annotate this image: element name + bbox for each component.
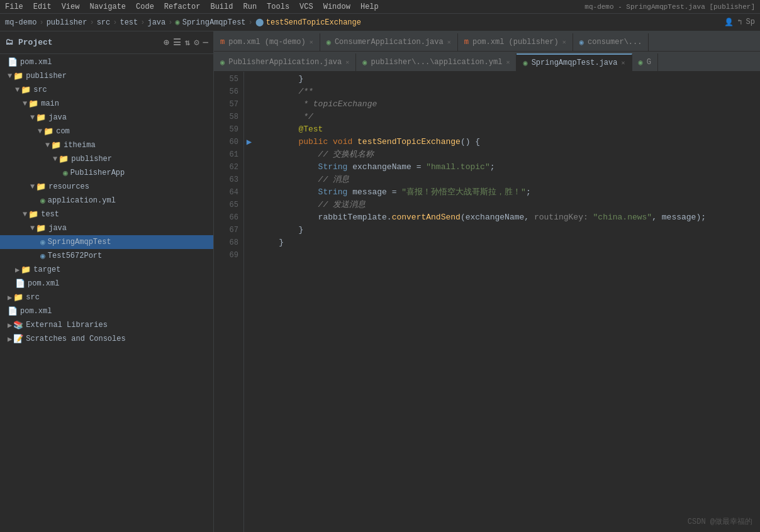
tab-publisher-app[interactable]: ◉ PublisherApplication.java ✕	[214, 53, 356, 71]
tree-java-test[interactable]: ▼ 📁 java	[0, 221, 213, 235]
tree-src[interactable]: ▼ 📁 src	[0, 83, 213, 97]
arrow-icon[interactable]: ↰	[737, 18, 742, 27]
code-line-69	[259, 249, 755, 262]
code-line-67: }	[259, 224, 755, 236]
menu-navigate[interactable]: Navigate	[89, 3, 126, 11]
tab-spring-amqp-test[interactable]: ◉ SpringAmqpTest.java ✕	[517, 53, 632, 71]
chevron-down-icon: ▼	[30, 224, 35, 233]
tree-main[interactable]: ▼ 📁 main	[0, 97, 213, 111]
tab-close-btn[interactable]: ✕	[506, 58, 510, 66]
tab-consumer-sub[interactable]: ◉ consumer\...	[573, 33, 649, 51]
tree-itheima[interactable]: ▼ 📁 itheima	[0, 138, 213, 152]
tree-resources[interactable]: ▼ 📁 resources	[0, 180, 213, 194]
run-gutter-icon[interactable]: ▶	[244, 136, 254, 148]
menu-file[interactable]: File	[5, 3, 23, 11]
sp-icon[interactable]: Sp	[746, 18, 755, 27]
xml-file-icon: 📄	[15, 279, 25, 289]
sidebar-title: Project	[18, 38, 53, 47]
lib-icon: 📚	[13, 320, 23, 330]
breadcrumb-right-icons: 👤 ↰ Sp	[724, 18, 755, 27]
folder-icon: 📁	[43, 126, 53, 136]
java-file-icon: ◉	[40, 251, 45, 261]
tab-close-btn[interactable]: ✕	[621, 59, 625, 67]
bc-test[interactable]: test	[120, 18, 138, 27]
code-line-63: // 消息	[259, 174, 755, 186]
menu-build[interactable]: Build	[210, 3, 233, 11]
tree-pom-publisher[interactable]: 📄 pom.xml	[0, 277, 213, 291]
xml-file-icon: 📄	[8, 57, 18, 67]
yaml-tab-icon: ◉	[362, 58, 367, 67]
menu-view[interactable]: View	[62, 3, 80, 11]
editor-area: m pom.xml (mq-demo) ✕ ◉ ConsumerApplicat…	[214, 31, 760, 532]
yaml-icon: ◉	[40, 196, 45, 206]
folder-icon: 📁	[28, 209, 38, 219]
settings-icon[interactable]: ⚙	[194, 37, 199, 48]
tree-publisher-app[interactable]: ◉ PublisherApp	[0, 166, 213, 180]
tree-spring-amqp-test[interactable]: ◉ SpringAmqpTest	[0, 235, 213, 249]
tree-application-yml[interactable]: ◉ application.yml	[0, 194, 213, 208]
tab-label: SpringAmqpTest.java	[532, 58, 618, 67]
tab-close-btn[interactable]: ✕	[562, 38, 566, 46]
tree-test5672[interactable]: ◉ Test5672Port	[0, 249, 213, 263]
tree-external-libs[interactable]: ▶ 📚 External Libraries	[0, 318, 213, 332]
menu-refactor[interactable]: Refactor	[164, 3, 201, 11]
sidebar-header: 🗂 Project ⊕ ☰ ⇅ ⚙ —	[0, 31, 213, 54]
menu-window[interactable]: Window	[323, 3, 350, 11]
tab-pom-mq[interactable]: m pom.xml (mq-demo) ✕	[214, 33, 320, 51]
menu-run[interactable]: Run	[243, 3, 257, 11]
sort-icon[interactable]: ⇅	[185, 37, 190, 48]
code-line-61: // 交换机名称	[259, 148, 755, 161]
main-layout: 🗂 Project ⊕ ☰ ⇅ ⚙ — 📄 pom.xml ▼ 📁	[0, 31, 760, 532]
bc-src[interactable]: src	[97, 18, 111, 27]
menu-edit[interactable]: Edit	[33, 3, 52, 11]
java-file-icon: ◉	[40, 237, 45, 247]
menu-help[interactable]: Help	[360, 3, 379, 11]
tree-java-main[interactable]: ▼ 📁 java	[0, 111, 213, 125]
tree-test[interactable]: ▼ 📁 test	[0, 208, 213, 221]
menu-vcs[interactable]: VCS	[299, 3, 313, 11]
folder-icon: 📁	[28, 99, 38, 109]
list-icon[interactable]: ☰	[173, 37, 181, 48]
code-line-60: public void testSendTopicExchange() {	[259, 136, 755, 148]
code-line-57: * topicExchange	[259, 98, 755, 111]
tree-publisher-sub[interactable]: ▼ 📁 publisher	[0, 152, 213, 166]
tab-close-btn[interactable]: ✕	[447, 38, 451, 46]
tab-pom-publisher[interactable]: m pom.xml (publisher) ✕	[458, 33, 573, 51]
user-icon[interactable]: 👤	[724, 18, 734, 27]
folder-icon: 📁	[21, 265, 31, 275]
menu-code[interactable]: Code	[136, 3, 154, 11]
tree-com[interactable]: ▼ 📁 com	[0, 125, 213, 138]
code-editor: 55 56 57 58 59 60 61 62 63 64 65 66 67 6…	[214, 72, 760, 532]
tab-app-yml[interactable]: ◉ publisher\...\application.yml ✕	[356, 53, 517, 71]
tab-close-btn[interactable]: ✕	[345, 58, 349, 66]
bc-mq-demo[interactable]: mq-demo	[5, 18, 36, 27]
tree-target[interactable]: ▶ 📁 target	[0, 263, 213, 277]
bc-java[interactable]: java	[147, 18, 165, 27]
tab-consumer-app[interactable]: ◉ ConsumerApplication.java ✕	[320, 33, 458, 51]
java-tab-icon: ◉	[523, 58, 527, 68]
tab-close-btn[interactable]: ✕	[310, 38, 313, 46]
chevron-right-icon: ▶	[8, 321, 12, 330]
tab-label: pom.xml (mq-demo)	[228, 38, 305, 47]
tree-pom-xml-root[interactable]: 📄 pom.xml	[0, 55, 213, 69]
bc-method[interactable]: testSendTopicExchange	[266, 18, 361, 27]
tree-pom-root[interactable]: 📄 pom.xml	[0, 304, 213, 318]
menu-bar: File Edit View Navigate Code Refactor Bu…	[0, 0, 760, 14]
bc-publisher[interactable]: publisher	[47, 18, 87, 27]
add-icon[interactable]: ⊕	[164, 37, 169, 48]
folder-icon: 📁	[36, 182, 46, 192]
tree-scratches[interactable]: ▶ 📝 Scratches and Consoles	[0, 332, 213, 346]
chevron-right-icon: ▶	[8, 335, 12, 344]
minimize-icon[interactable]: —	[203, 37, 208, 48]
tree-publisher[interactable]: ▼ 📁 publisher	[0, 69, 213, 83]
menu-tools[interactable]: Tools	[267, 3, 289, 11]
scratch-icon: 📝	[13, 334, 23, 344]
bc-class-icon: ◉	[175, 18, 179, 27]
tab-label: G	[647, 58, 651, 67]
bc-classname[interactable]: SpringAmqpTest	[182, 18, 246, 27]
tree-src2[interactable]: ▶ 📁 src	[0, 291, 213, 304]
tab-label: consumer\...	[588, 38, 642, 47]
code-content[interactable]: } /** * topicExchange */ @Test public vo…	[254, 72, 760, 532]
tab-extra[interactable]: ◉ G	[632, 53, 658, 71]
tab-bar-row2: ◉ PublisherApplication.java ✕ ◉ publishe…	[214, 52, 760, 72]
